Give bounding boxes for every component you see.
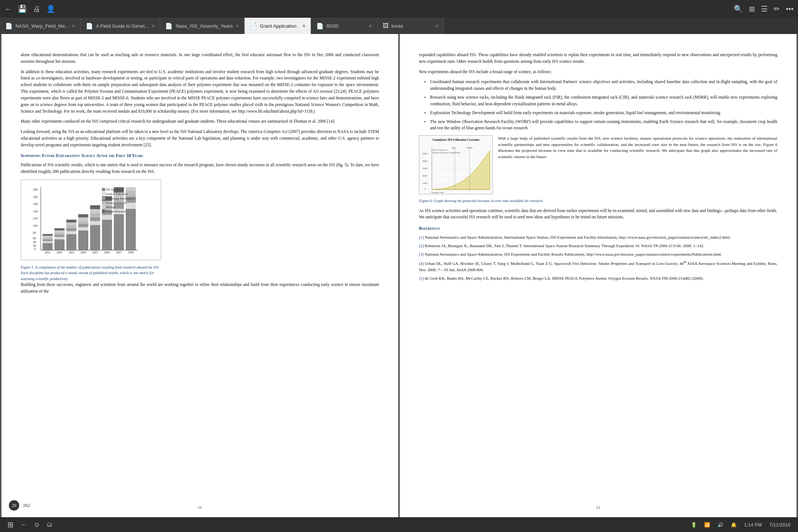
svg-rect-42: [90, 205, 100, 209]
bullet-4: The new Window Observation Research Faci…: [426, 119, 777, 132]
svg-text:Physical Sciences: Physical Sciences: [106, 201, 127, 204]
tab-icon-1: 📄: [5, 23, 13, 30]
svg-rect-17: [42, 236, 52, 238]
tab-f8300[interactable]: 📄 f8300 ×: [311, 18, 378, 34]
references-heading: References: [419, 225, 777, 232]
tab-label-3: Nasa_ISS_Assemly_Years: [175, 23, 233, 29]
svg-text:Mission Onboard Continuously: Mission Onboard Continuously: [433, 151, 461, 154]
edit-icon[interactable]: ✏: [774, 4, 780, 13]
back-icon[interactable]: ←: [4, 5, 12, 13]
tab-close-6[interactable]: ×: [435, 23, 438, 29]
left-para-4: Looking forward, using the ISS as an edu…: [21, 129, 379, 148]
iss-chart: Cumulative ISS Utilization Crewtime 5000…: [419, 135, 493, 194]
grid-icon[interactable]: ⊞: [749, 4, 755, 13]
notification-icon[interactable]: 🔔: [731, 522, 737, 528]
svg-text:Human Research: Human Research: [106, 210, 126, 213]
svg-text:180: 180: [33, 195, 38, 199]
tab-field-guide[interactable]: 📄 A Field Guide to Genet... ×: [81, 18, 160, 34]
svg-text:60: 60: [33, 236, 36, 240]
svg-rect-40: [90, 213, 100, 217]
right-after-fig-para: As ISS science activities and operations…: [419, 208, 777, 221]
figure-text: With a large body of published scientifi…: [498, 135, 777, 160]
iss-chart-svg: 5000 4000 3000 2000 1000 0 Now: [422, 144, 491, 198]
svg-rect-37: [90, 225, 100, 250]
tab-close-5[interactable]: ×: [369, 23, 372, 29]
tab-nasa-warp[interactable]: 📄 NASA_Warp_Field_Me... ×: [0, 18, 81, 34]
svg-text:2007: 2007: [116, 251, 122, 254]
date-display: 7/11/2016: [769, 522, 791, 528]
right-page: expanded capabilities aboard ISS. These …: [400, 34, 797, 517]
battery-icon: 🔋: [691, 522, 697, 528]
right-para-1: expanded capabilities aboard ISS. These …: [419, 52, 777, 65]
svg-marker-93: [432, 151, 490, 190]
tab-label-6: kosta: [392, 23, 433, 29]
svg-text:2008: 2008: [128, 251, 134, 254]
svg-rect-41: [90, 209, 100, 213]
status-right: 🔋 📶 🔊 🔔 1:14 PM 7/11/2016: [691, 522, 791, 528]
svg-text:160: 160: [33, 202, 38, 206]
tab-icon-3: 📄: [165, 23, 173, 30]
svg-text:4000: 4000: [422, 160, 428, 163]
svg-text:Now: Now: [452, 147, 456, 149]
svg-rect-39: [90, 217, 100, 221]
cortana-icon[interactable]: ⊙: [34, 521, 39, 528]
page-bottom-left: 20 262: [9, 500, 30, 511]
svg-rect-59: [126, 187, 136, 191]
svg-text:2002: 2002: [57, 251, 62, 254]
svg-rect-33: [78, 224, 88, 227]
svg-text:Calendar Year: Calendar Year: [431, 191, 444, 194]
publications-chart: 200 180 160 140 120 100 80 60 40 20 0: [21, 180, 161, 260]
tab-icon-2: 📄: [86, 23, 93, 30]
search-icon[interactable]: 🔍: [734, 4, 743, 13]
svg-rect-72: [102, 197, 105, 200]
svg-text:5000: 5000: [422, 152, 428, 155]
svg-rect-13: [42, 243, 52, 250]
svg-rect-56: [126, 202, 136, 209]
start-button[interactable]: ⊞: [7, 520, 14, 529]
svg-rect-27: [66, 228, 76, 231]
svg-text:20: 20: [33, 243, 36, 247]
svg-rect-30: [66, 219, 76, 222]
tab-close-2[interactable]: ×: [151, 23, 154, 29]
right-para-2: New experiments aboard the ISS include a…: [419, 69, 777, 75]
tab-kosta[interactable]: 🖼 kosta ×: [378, 18, 444, 34]
tab-close-1[interactable]: ×: [72, 23, 75, 29]
ref-2: [2] Robinson JA, Rhatigan JL, Baumann DK…: [419, 243, 777, 249]
right-page-number: 12: [400, 504, 797, 511]
tab-label-2: A Field Guide to Genet...: [96, 23, 149, 29]
svg-rect-19: [54, 239, 64, 250]
tab-grant-application[interactable]: 📄 Grant Application ×: [245, 18, 311, 34]
tab-close-4[interactable]: ×: [302, 23, 305, 29]
list-icon[interactable]: ☰: [761, 4, 768, 13]
svg-text:0: 0: [34, 247, 36, 251]
svg-text:ISS6cr: ISS6cr: [467, 147, 473, 149]
svg-rect-55: [126, 209, 136, 250]
tab-icon-5: 📄: [316, 23, 324, 30]
ref-1: [1] National Aeronautics and Space Admin…: [419, 234, 777, 241]
badge: 20: [9, 500, 19, 511]
svg-text:100: 100: [33, 224, 38, 228]
svg-text:2006: 2006: [104, 251, 110, 254]
left-para-3: Many other experiments conduced on the I…: [21, 118, 379, 125]
more-icon[interactable]: •••: [786, 5, 794, 13]
tab-icon-6: 🖼: [383, 23, 389, 29]
tab-close-3[interactable]: ×: [236, 23, 239, 29]
back-button[interactable]: ←: [21, 521, 27, 528]
svg-text:Earth & Education: Earth & Education: [106, 192, 127, 196]
add-user-icon[interactable]: 👤: [46, 4, 55, 13]
print-icon[interactable]: 🖨: [33, 5, 40, 13]
tab-iss-assembly[interactable]: 📄 Nasa_ISS_Assemly_Years ×: [160, 18, 244, 34]
left-page: alone educational demonstrations that ca…: [1, 34, 398, 517]
bullet-1: Coordinated human research experiments t…: [426, 79, 777, 92]
svg-text:3000: 3000: [422, 167, 428, 170]
svg-text:80: 80: [33, 231, 36, 235]
bullet-2: Research using new science racks, includ…: [426, 94, 777, 108]
save-icon[interactable]: 💾: [18, 4, 27, 13]
svg-rect-38: [90, 221, 100, 225]
section-para: Publications of ISS scientific results, …: [21, 162, 379, 175]
svg-text:2000: 2000: [422, 174, 428, 177]
svg-rect-32: [78, 227, 88, 231]
tab-bar: 📄 NASA_Warp_Field_Me... × 📄 A Field Guid…: [0, 18, 798, 34]
tab-icon-4: 📄: [250, 23, 257, 30]
task-view-icon[interactable]: 🗂: [47, 521, 52, 528]
